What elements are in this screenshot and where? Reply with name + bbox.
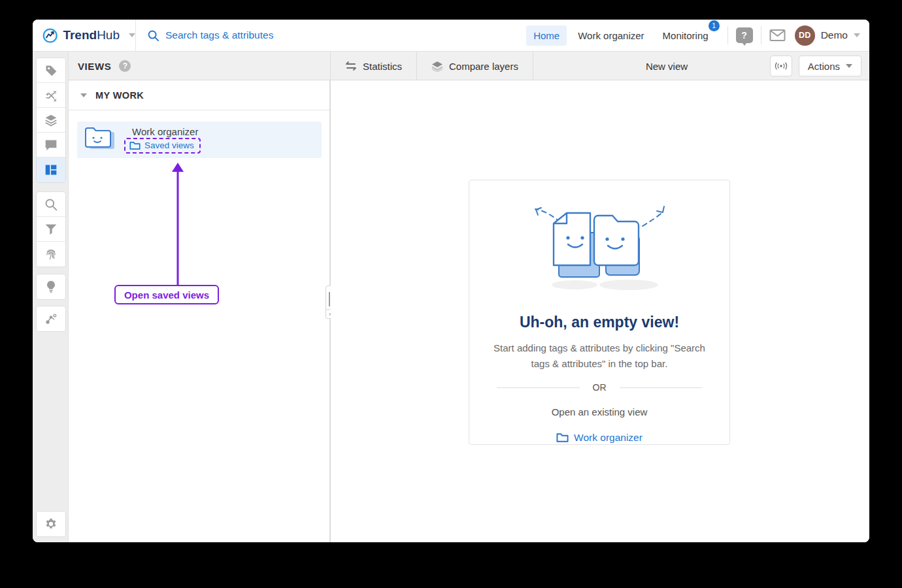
- work-organizer-item[interactable]: Work organizer Saved views: [77, 122, 322, 158]
- search-icon: [147, 29, 159, 42]
- work-organizer-title: Work organizer: [132, 126, 201, 137]
- user-name[interactable]: Demo: [821, 29, 848, 41]
- or-divider: OR: [497, 382, 702, 393]
- empty-state-subtitle: Open an existing view: [469, 406, 729, 417]
- views-tree-panel: MY WORK Work organizer Saved views: [69, 80, 330, 542]
- collapse-caret-icon: [80, 93, 87, 97]
- logo-text: TrendHub: [63, 28, 120, 42]
- settings-gear-icon[interactable]: [37, 512, 65, 536]
- broadcast-icon: [775, 62, 788, 70]
- saved-views-link[interactable]: Saved views: [144, 140, 194, 150]
- empty-state-body-line1: Start adding tags & attributes by clicki…: [469, 340, 729, 356]
- empty-state-card: Uh-oh, an empty view! Start adding tags …: [469, 180, 730, 445]
- actions-button[interactable]: Actions: [799, 56, 861, 76]
- empty-state-body: Start adding tags & attributes by clicki…: [469, 340, 729, 372]
- left-icon-rail: [33, 52, 69, 542]
- user-menu-caret-icon[interactable]: [854, 33, 860, 37]
- annotation-callout: Open saved views: [114, 285, 219, 304]
- annotation-text: Open saved views: [124, 289, 209, 301]
- toolbar-tabs: Statistics Compare layers: [330, 52, 533, 80]
- nav-monitoring[interactable]: Monitoring 1: [656, 25, 716, 46]
- divider: [727, 26, 728, 44]
- actions-label: Actions: [808, 61, 840, 72]
- avatar[interactable]: DD: [795, 25, 815, 46]
- nav-monitoring-label: Monitoring: [663, 30, 709, 41]
- my-work-section-header[interactable]: MY WORK: [69, 80, 329, 110]
- views-header: VIEWS ?: [78, 52, 131, 80]
- saved-views-highlight-box: Saved views: [124, 138, 201, 154]
- work-organizer-link[interactable]: Work organizer: [469, 432, 729, 444]
- recommendations-bulb-icon[interactable]: [37, 274, 65, 299]
- or-label: OR: [593, 382, 607, 393]
- tags-icon[interactable]: [37, 58, 65, 83]
- filter-icon[interactable]: [37, 217, 65, 242]
- toolbar-strip: VIEWS ? Statistics: [69, 52, 869, 80]
- logo[interactable]: TrendHub: [33, 20, 136, 51]
- tab-compare-layers-label: Compare layers: [449, 61, 518, 72]
- help-icon[interactable]: ?: [736, 27, 753, 43]
- machine-learning-icon[interactable]: [37, 306, 65, 331]
- toolbar-buttons: Actions: [770, 56, 861, 76]
- logo-dropdown-caret-icon[interactable]: [129, 33, 135, 37]
- comments-icon[interactable]: [37, 133, 65, 157]
- actions-caret-icon: [846, 64, 852, 68]
- divider: [761, 26, 761, 44]
- layers-rail-icon[interactable]: [37, 108, 65, 133]
- swap-arrows-icon: [345, 61, 357, 71]
- top-right-nav: Home Work organizer Monitoring 1 ? DD De…: [526, 20, 869, 51]
- empty-state-title: Uh-oh, an empty view!: [469, 314, 729, 331]
- nav-home[interactable]: Home: [526, 25, 567, 46]
- trendhub-logo-icon: [42, 27, 58, 44]
- rail-search-icon[interactable]: [37, 192, 65, 217]
- tab-statistics-label: Statistics: [363, 61, 402, 72]
- main-view-area: Uh-oh, an empty view! Start adding tags …: [331, 80, 869, 542]
- views-label: VIEWS: [78, 61, 111, 72]
- calculations-icon[interactable]: [37, 83, 65, 108]
- work-organizer-link-label: Work organizer: [574, 432, 643, 444]
- tab-compare-layers[interactable]: Compare layers: [416, 52, 533, 80]
- search-zone: [136, 29, 526, 42]
- layers-icon: [431, 61, 443, 72]
- mail-icon[interactable]: [769, 29, 786, 42]
- app-window: TrendHub Home Work organizer Monitoring …: [33, 20, 869, 542]
- views-dashboard-icon[interactable]: [37, 157, 65, 182]
- my-work-label: MY WORK: [95, 90, 144, 101]
- tab-statistics[interactable]: Statistics: [330, 52, 416, 80]
- search-input[interactable]: [165, 29, 440, 41]
- views-help-icon[interactable]: ?: [119, 60, 131, 72]
- monitoring-badge: 1: [709, 20, 720, 31]
- empty-state-body-line2: tags & attributes" in the top bar.: [469, 356, 729, 372]
- empty-view-illustration: [514, 201, 684, 299]
- fingerprint-icon[interactable]: [37, 242, 65, 267]
- live-broadcast-button[interactable]: [770, 56, 792, 76]
- top-bar: TrendHub Home Work organizer Monitoring …: [33, 20, 869, 52]
- folder-icon: [556, 433, 569, 443]
- annotation-arrow: [147, 159, 212, 289]
- folder-icon: [129, 141, 141, 150]
- smiling-folder-icon: [85, 125, 115, 154]
- nav-work-organizer[interactable]: Work organizer: [571, 25, 651, 46]
